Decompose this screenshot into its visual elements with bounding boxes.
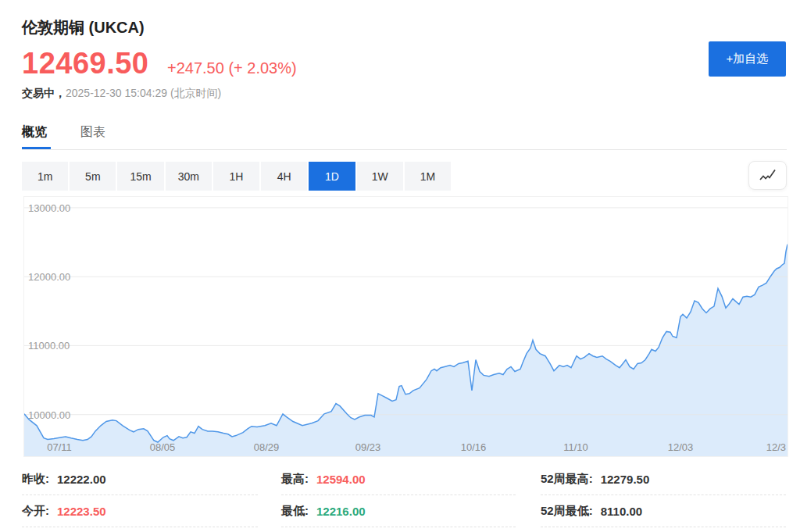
stat-label: 52周最高:: [541, 472, 593, 487]
stat-label: 昨收:: [22, 472, 49, 487]
x-axis-tick: 12/03: [668, 441, 694, 453]
chart-style-button[interactable]: [748, 161, 787, 190]
last-price: 12469.50: [22, 47, 149, 80]
stat-label: 最高:: [281, 472, 309, 487]
chart-canvas: [24, 197, 788, 456]
x-axis-tick: 09/23: [355, 441, 381, 453]
y-axis-tick: 10000.00: [28, 409, 70, 420]
x-axis-tick: 11/10: [563, 441, 588, 453]
stat-52w-low: 52周最低: 8110.00: [541, 495, 786, 527]
stat-high: 最高: 12594.00: [281, 463, 516, 495]
quote-page: 伦敦期铜 (UKCA) 12469.50 +247.50 (+ 2.03%) 交…: [0, 0, 800, 532]
trading-status-label: 交易中，: [22, 87, 66, 99]
stat-value: 12279.50: [601, 473, 650, 486]
page-title: 伦敦期铜 (UKCA): [22, 17, 145, 38]
stat-label: 最低:: [281, 504, 309, 519]
stat-open: 今开: 12223.50: [22, 495, 258, 527]
stat-52w-high: 52周最高: 12279.50: [541, 463, 786, 495]
stats-column-3: 52周最高: 12279.50 52周最低: 8110.00: [541, 463, 786, 527]
period-1w[interactable]: 1W: [357, 162, 403, 191]
x-axis-tick: 08/05: [150, 441, 176, 453]
price-change: +247.50 (+ 2.03%): [167, 59, 297, 77]
line-chart-icon: [758, 168, 778, 184]
period-15m[interactable]: 15m: [117, 162, 163, 191]
stat-label: 52周最低:: [541, 504, 593, 519]
stat-low: 最低: 12216.00: [281, 495, 516, 527]
stats-column-1: 昨收: 12222.00 今开: 12223.50: [22, 463, 258, 527]
y-axis-tick: 11000.00: [28, 340, 70, 352]
x-axis-tick: 12/3: [766, 441, 786, 453]
stat-prev-close: 昨收: 12222.00: [22, 463, 258, 495]
y-axis-tick: 13000.00: [28, 202, 70, 213]
stat-value: 12594.00: [316, 473, 366, 486]
stat-label: 今开:: [22, 504, 49, 519]
period-1h[interactable]: 1H: [213, 162, 259, 191]
tab-overview[interactable]: 概览: [22, 124, 47, 141]
period-30m[interactable]: 30m: [166, 162, 212, 191]
period-1m[interactable]: 1m: [22, 162, 68, 191]
period-5m[interactable]: 5m: [70, 162, 116, 191]
x-axis-tick: 07/11: [47, 441, 72, 453]
tabs-divider: [22, 149, 787, 150]
stats-column-2: 最高: 12594.00 最低: 12216.00: [281, 463, 516, 527]
tab-chart[interactable]: 图表: [80, 124, 105, 141]
x-axis-tick: 10/16: [461, 441, 487, 453]
y-axis-tick: 12000.00: [28, 271, 70, 283]
area-fill: [24, 245, 788, 456]
add-watchlist-button[interactable]: +加自选: [709, 41, 786, 77]
quote-timestamp: 2025-12-30 15:04:29 (北京时间): [66, 87, 221, 99]
x-axis-tick: 08/29: [254, 441, 280, 453]
period-4h[interactable]: 4H: [261, 162, 307, 191]
stat-value: 8110.00: [601, 505, 642, 518]
stat-value: 12223.50: [57, 505, 106, 518]
period-1d[interactable]: 1D: [309, 162, 355, 191]
stat-value: 12222.00: [57, 473, 106, 486]
stat-value: 12216.00: [316, 505, 366, 518]
trading-status: 交易中，2025-12-30 15:04:29 (北京时间): [22, 87, 221, 101]
period-selector: 1m 5m 15m 30m 1H 4H 1D 1W 1M: [22, 162, 451, 191]
period-1mo[interactable]: 1M: [405, 162, 451, 191]
price-area-chart[interactable]: 13000.0012000.0011000.0010000.0007/1108/…: [23, 196, 788, 457]
